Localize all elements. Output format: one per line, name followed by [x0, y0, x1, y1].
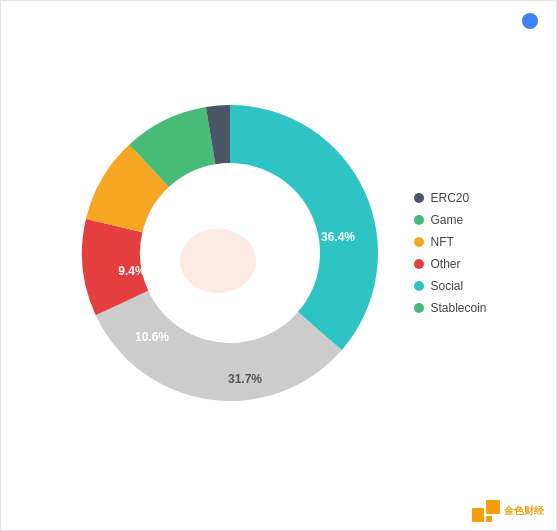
legend-item-other: Other [414, 257, 486, 271]
svg-rect-1 [486, 500, 500, 514]
label-game: 31.7% [228, 372, 262, 386]
legend-item-nft: NFT [414, 235, 486, 249]
legend-item-social: Social [414, 279, 486, 293]
legend-item-game: Game [414, 213, 486, 227]
chart-area: 36.4% 31.7% 10.6% 9.4% 9.3% ERC20 Game N… [1, 33, 556, 473]
svg-rect-0 [472, 508, 484, 522]
watermark-ellipse [180, 229, 256, 293]
label-social: 9.3% [157, 204, 185, 218]
label-other: 9.4% [119, 264, 147, 278]
legend-dot-social [414, 281, 424, 291]
legend: ERC20 Game NFT Other Social Stablecoin [414, 191, 486, 315]
label-nft: 10.6% [135, 330, 169, 344]
footer: 金色财经 [472, 500, 544, 522]
legend-item-stablecoin: Stablecoin [414, 301, 486, 315]
legend-label-social: Social [430, 279, 463, 293]
legend-dot-erc20 [414, 193, 424, 203]
header [1, 1, 556, 33]
footer-logo-icon [472, 500, 500, 522]
donut-svg: 36.4% 31.7% 10.6% 9.4% 9.3% [70, 93, 390, 413]
legend-label-erc20: ERC20 [430, 191, 469, 205]
legend-dot-stablecoin [414, 303, 424, 313]
donut-chart: 36.4% 31.7% 10.6% 9.4% 9.3% [70, 93, 390, 413]
legend-item-erc20: ERC20 [414, 191, 486, 205]
legend-dot-nft [414, 237, 424, 247]
dune-icon [522, 13, 538, 29]
footer-logo-text: 金色财经 [504, 504, 544, 518]
legend-label-game: Game [430, 213, 463, 227]
svg-rect-2 [486, 516, 492, 522]
label-erc20: 36.4% [321, 230, 355, 244]
main-container: 36.4% 31.7% 10.6% 9.4% 9.3% ERC20 Game N… [0, 0, 557, 531]
dune-badge [522, 13, 542, 29]
legend-label-stablecoin: Stablecoin [430, 301, 486, 315]
legend-label-other: Other [430, 257, 460, 271]
legend-dot-other [414, 259, 424, 269]
legend-dot-game [414, 215, 424, 225]
legend-label-nft: NFT [430, 235, 453, 249]
